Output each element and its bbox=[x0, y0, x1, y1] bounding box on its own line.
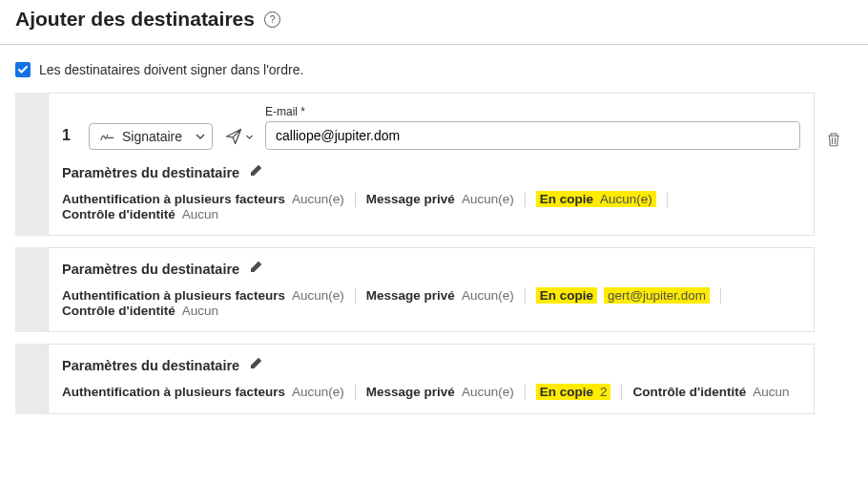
cc-label: En copie bbox=[536, 287, 597, 304]
private-message-label: Message privé bbox=[366, 192, 455, 206]
send-from-dropdown[interactable] bbox=[224, 127, 254, 146]
paper-plane-icon bbox=[224, 127, 243, 146]
edit-settings-button[interactable] bbox=[249, 356, 263, 374]
chevron-down-icon bbox=[195, 131, 206, 142]
email-field-label: E-mail * bbox=[265, 105, 800, 118]
cc-label: En copie bbox=[540, 385, 593, 399]
identity-label: Contrôle d'identité bbox=[62, 207, 176, 221]
cc-value: gert@jupiter.dom bbox=[604, 287, 710, 304]
edit-settings-button[interactable] bbox=[249, 163, 263, 181]
separator bbox=[355, 192, 356, 207]
mfa-value: Aucun(e) bbox=[292, 385, 344, 399]
identity-value: Aucun bbox=[753, 385, 789, 399]
sign-order-label: Les destinataires doivent signer dans l'… bbox=[39, 62, 303, 77]
delete-recipient-button[interactable] bbox=[825, 131, 842, 152]
mfa-value: Aucun(e) bbox=[292, 288, 344, 303]
separator bbox=[720, 288, 721, 304]
cc-value: 2 bbox=[600, 385, 608, 399]
drag-handle[interactable] bbox=[15, 93, 48, 236]
pencil-icon bbox=[249, 356, 263, 370]
mfa-label: Authentification à plusieurs facteurs bbox=[62, 288, 285, 303]
private-message-label: Message privé bbox=[366, 385, 455, 399]
private-message-value: Aucun(e) bbox=[462, 288, 514, 303]
email-input[interactable] bbox=[265, 121, 800, 150]
help-icon[interactable]: ? bbox=[264, 11, 280, 28]
page-title: Ajouter des destinataires bbox=[15, 8, 255, 31]
trash-icon bbox=[825, 131, 842, 148]
identity-value: Aucun bbox=[182, 207, 218, 221]
recipient-settings-title: Paramètres du destinataire bbox=[62, 165, 239, 180]
private-message-value: Aucun(e) bbox=[462, 385, 514, 399]
identity-label: Contrôle d'identité bbox=[632, 385, 746, 399]
separator bbox=[525, 192, 526, 207]
edit-settings-button[interactable] bbox=[249, 260, 263, 278]
signature-icon bbox=[99, 129, 114, 144]
recipient-settings-title: Paramètres du destinataire bbox=[62, 358, 239, 373]
separator bbox=[667, 192, 668, 207]
separator bbox=[355, 385, 356, 400]
mfa-value: Aucun(e) bbox=[292, 192, 344, 206]
private-message-label: Message privé bbox=[366, 288, 455, 303]
role-dropdown[interactable]: Signataire bbox=[89, 123, 213, 150]
pencil-icon bbox=[249, 163, 263, 178]
mfa-label: Authentification à plusieurs facteurs bbox=[62, 192, 285, 206]
cc-label: En copie bbox=[540, 192, 593, 206]
recipient-number: 1 bbox=[62, 127, 73, 144]
drag-handle[interactable] bbox=[15, 247, 48, 332]
role-text: Signataire bbox=[122, 129, 187, 144]
identity-value: Aucun bbox=[182, 304, 218, 318]
private-message-value: Aucun(e) bbox=[462, 192, 514, 206]
sign-order-checkbox[interactable] bbox=[15, 62, 31, 77]
chevron-down-icon bbox=[245, 133, 254, 141]
drag-handle[interactable] bbox=[15, 344, 48, 414]
check-icon bbox=[17, 64, 29, 75]
separator bbox=[525, 288, 526, 304]
recipient-settings-title: Paramètres du destinataire bbox=[62, 262, 239, 277]
cc-value: Aucun(e) bbox=[600, 192, 652, 206]
separator bbox=[525, 385, 526, 400]
separator bbox=[355, 288, 356, 304]
mfa-label: Authentification à plusieurs facteurs bbox=[62, 385, 285, 399]
pencil-icon bbox=[249, 260, 263, 274]
separator bbox=[621, 385, 622, 400]
identity-label: Contrôle d'identité bbox=[62, 304, 176, 318]
